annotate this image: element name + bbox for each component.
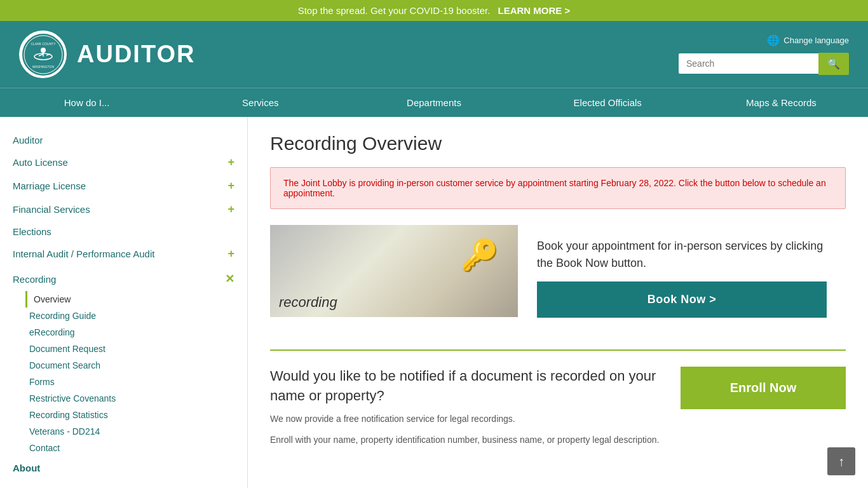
covid-banner: Stop the spread. Get your COVID-19 boost… [0, 0, 868, 21]
subnav-overview[interactable]: Overview [25, 291, 234, 308]
alert-banner: The Joint Lobby is providing in-person c… [270, 167, 846, 209]
svg-point-5 [41, 48, 46, 53]
covid-message: Stop the spread. Get your COVID-19 boost… [298, 5, 491, 16]
nav-link-maps-records[interactable]: Maps & Records [695, 88, 868, 117]
recording-image: recording 🔑 [270, 225, 518, 317]
sidebar-item-auditor[interactable]: Auditor [13, 130, 234, 151]
page-title: Recording Overview [270, 133, 846, 154]
search-input[interactable] [679, 53, 818, 74]
appointment-description: Book your appointment for in-person serv… [537, 238, 827, 272]
recording-image-inner: recording 🔑 [270, 225, 518, 317]
sidebar-label-elections: Elections [13, 226, 51, 237]
sidebar-item-elections[interactable]: Elections [13, 221, 234, 242]
x-icon-recording: ✕ [225, 272, 234, 286]
sidebar-item-financial-services[interactable]: Financial Services + [13, 198, 234, 221]
subnav-recording-guide[interactable]: Recording Guide [25, 308, 234, 324]
nav-link-elected-officials[interactable]: Elected Officials [521, 88, 695, 117]
appointment-info: Book your appointment for in-person serv… [518, 225, 846, 330]
sidebar-label-internal-audit: Internal Audit / Performance Audit [13, 248, 154, 259]
svg-text:WASHINGTON: WASHINGTON [32, 65, 54, 69]
logo: CLARK COUNTY WASHINGTON [19, 30, 67, 78]
sidebar-label-auditor: Auditor [13, 135, 43, 146]
appointment-section: recording 🔑 Book your appointment for in… [270, 225, 846, 330]
nav-item-departments[interactable]: Departments [347, 88, 520, 117]
enroll-text: Would you like to be notified if a docum… [270, 367, 661, 447]
header: CLARK COUNTY WASHINGTON AUDITOR 🌐 Change… [0, 21, 868, 88]
enroll-section: Would you like to be notified if a docum… [270, 367, 846, 447]
enroll-now-button[interactable]: Enroll Now [681, 367, 846, 409]
subnav-document-request[interactable]: Document Request [25, 341, 234, 357]
recording-subnav: Overview Recording Guide eRecording Docu… [13, 291, 234, 456]
nav-link-departments[interactable]: Departments [347, 88, 520, 117]
nav-item-services[interactable]: Services [173, 88, 347, 117]
sidebar-item-about[interactable]: About [13, 456, 234, 478]
nav-item-maps-records[interactable]: Maps & Records [695, 88, 868, 117]
sidebar-label-marriage-license: Marriage License [13, 180, 86, 191]
main-nav: How do I... Services Departments Elected… [0, 88, 868, 117]
globe-icon: 🌐 [767, 34, 780, 46]
change-language[interactable]: 🌐 Change language [767, 34, 849, 46]
subnav-forms[interactable]: Forms [25, 374, 234, 390]
recording-section: Recording ✕ Overview Recording Guide eRe… [13, 267, 234, 456]
sidebar-item-internal-audit[interactable]: Internal Audit / Performance Audit + [13, 242, 234, 266]
search-button[interactable]: 🔍 [818, 53, 849, 75]
section-divider [270, 349, 846, 351]
enroll-desc2: Enroll with your name, property identifi… [270, 433, 661, 447]
header-left: CLARK COUNTY WASHINGTON AUDITOR [19, 30, 195, 78]
subnav-restrictive-covenants[interactable]: Restrictive Covenants [25, 390, 234, 407]
about-label: About [13, 463, 40, 473]
enroll-right: Enroll Now [681, 367, 846, 409]
enroll-desc1: We now provide a free notification servi… [270, 412, 661, 426]
plus-icon-marriage-license: + [227, 179, 234, 193]
nav-link-how-do-i[interactable]: How do I... [0, 88, 173, 117]
scroll-top-icon: ↑ [838, 454, 844, 469]
recording-header[interactable]: Recording ✕ [13, 267, 234, 291]
sidebar-label-auto-license: Auto License [13, 157, 68, 168]
keys-icon: 🔑 [461, 238, 499, 273]
nav-item-how-do-i[interactable]: How do I... [0, 88, 173, 117]
sidebar-label-financial-services: Financial Services [13, 204, 90, 215]
header-right: 🌐 Change language 🔍 [679, 34, 849, 75]
alert-text: The Joint Lobby is providing in-person c… [283, 178, 826, 198]
plus-icon-internal-audit: + [227, 247, 234, 261]
subnav-veterans-dd214[interactable]: Veterans - DD214 [25, 423, 234, 440]
subnav-erecording[interactable]: eRecording [25, 324, 234, 341]
plus-icon-financial-services: + [227, 203, 234, 216]
learn-more-link[interactable]: LEARN MORE > [498, 5, 571, 16]
sidebar-item-auto-license[interactable]: Auto License + [13, 151, 234, 174]
recording-label: Recording [13, 274, 56, 285]
change-language-label: Change language [783, 36, 849, 45]
scroll-to-top-button[interactable]: ↑ [827, 447, 855, 475]
sidebar-item-marriage-license[interactable]: Marriage License + [13, 174, 234, 198]
book-now-button[interactable]: Book Now > [537, 281, 827, 318]
subnav-contact[interactable]: Contact [25, 440, 234, 456]
subnav-recording-statistics[interactable]: Recording Statistics [25, 407, 234, 423]
svg-text:CLARK COUNTY: CLARK COUNTY [31, 42, 56, 46]
recording-image-label: recording [279, 294, 337, 311]
plus-icon-auto-license: + [227, 156, 234, 169]
sidebar: Auditor Auto License + Marriage License … [0, 117, 248, 488]
search-bar: 🔍 [679, 53, 849, 75]
subnav-document-search[interactable]: Document Search [25, 357, 234, 374]
nav-link-services[interactable]: Services [173, 88, 347, 117]
main-layout: Auditor Auto License + Marriage License … [0, 117, 868, 488]
main-content: Recording Overview The Joint Lobby is pr… [248, 117, 868, 488]
header-title: AUDITOR [77, 41, 195, 68]
nav-item-elected-officials[interactable]: Elected Officials [521, 88, 695, 117]
enroll-heading: Would you like to be notified if a docum… [270, 367, 661, 406]
